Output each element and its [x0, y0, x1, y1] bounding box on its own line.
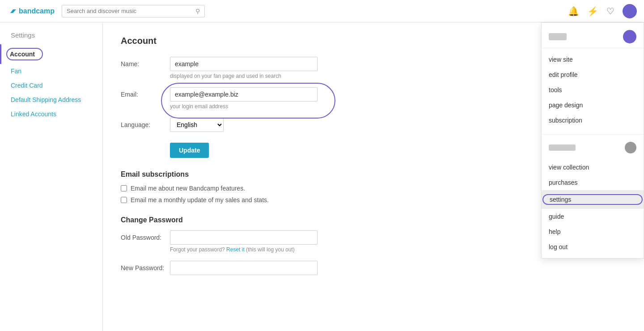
dropdown-nav-2: view collection purchases settings guide…: [542, 156, 644, 258]
update-button[interactable]: Update: [170, 143, 209, 158]
new-password-input[interactable]: [170, 261, 318, 275]
language-select[interactable]: English Spanish French German Japanese: [170, 118, 224, 132]
sidebar-item-default-shipping[interactable]: Default Shipping Address: [0, 93, 102, 107]
old-password-label: Old Password:: [121, 230, 170, 241]
dropdown-item-edit-profile[interactable]: edit profile: [542, 67, 644, 82]
dropdown-menu: view site edit profile tools page design…: [541, 22, 644, 259]
settings-oval-highlight: settings: [542, 194, 643, 205]
new-password-field-container: [170, 261, 318, 275]
dropdown-item-log-out[interactable]: log out: [542, 239, 644, 255]
dropdown-avatar-small: [625, 142, 636, 153]
name-hint: displayed on your fan page and used in s…: [170, 73, 318, 79]
dropdown-item-guide[interactable]: guide: [542, 209, 644, 224]
dropdown-header: [542, 23, 644, 48]
dropdown-item-settings[interactable]: settings: [542, 190, 644, 209]
checkbox-sales-label: Email me a monthly update of my sales an…: [131, 196, 269, 204]
search-icon: ⚲: [195, 8, 200, 15]
dropdown-item-tools[interactable]: tools: [542, 82, 644, 98]
dropdown-name-placeholder: [549, 33, 567, 40]
name-input[interactable]: [170, 57, 318, 71]
email-input[interactable]: [170, 87, 318, 102]
dropdown-item-subscription[interactable]: subscription: [542, 113, 644, 128]
logo-text: bandcamp: [19, 7, 55, 15]
dropdown-collection-placeholder: [549, 144, 576, 151]
avatar[interactable]: [623, 4, 637, 18]
sidebar-item-linked-accounts[interactable]: Linked Accounts: [0, 107, 102, 121]
dropdown-item-purchases[interactable]: purchases: [542, 175, 644, 190]
sidebar-item-fan[interactable]: Fan: [0, 64, 102, 78]
email-hint: your login email address: [170, 103, 318, 110]
svg-marker-0: [7, 9, 16, 13]
notifications-icon[interactable]: 🔔: [568, 6, 579, 17]
old-password-field-container: Forgot your password? Reset it (this wil…: [170, 230, 318, 253]
new-password-form-group: New Password:: [121, 261, 626, 275]
bandcamp-logo-icon: [7, 7, 16, 16]
name-field-container: displayed on your fan page and used in s…: [170, 57, 318, 79]
account-circle-outline: Account: [6, 48, 43, 60]
header-icons: 🔔 ⚡ ♡: [568, 4, 637, 18]
name-label: Name:: [121, 57, 170, 68]
reset-link[interactable]: Reset it: [226, 246, 245, 253]
dropdown-avatar: [623, 30, 636, 43]
dropdown-item-view-site[interactable]: view site: [542, 52, 644, 67]
old-password-input[interactable]: [170, 230, 318, 245]
email-label: Email:: [121, 87, 170, 98]
lightning-icon[interactable]: ⚡: [587, 6, 598, 17]
language-label: Language:: [121, 118, 170, 128]
sidebar: Settings Account Fan Credit Card Default…: [0, 22, 103, 331]
header: bandcamp ⚲ 🔔 ⚡ ♡: [0, 0, 644, 22]
reset-link-suffix: (this will log you out): [246, 246, 295, 253]
dropdown-item-page-design[interactable]: page design: [542, 98, 644, 113]
sidebar-title: Settings: [0, 31, 102, 44]
logo[interactable]: bandcamp: [7, 7, 55, 16]
dropdown-nav: view site edit profile tools page design…: [542, 48, 644, 132]
dropdown-item-help[interactable]: help: [542, 224, 644, 239]
checkbox-features-label: Email me about new Bandcamp features.: [131, 185, 245, 192]
dropdown-divider-1: [542, 134, 644, 135]
checkbox-features[interactable]: [121, 185, 127, 191]
search-input[interactable]: [67, 8, 195, 14]
search-bar[interactable]: ⚲: [62, 5, 205, 17]
language-select-container: English Spanish French German Japanese: [170, 118, 224, 132]
heart-icon[interactable]: ♡: [606, 6, 614, 17]
forgot-password-text: Forgot your password? Reset it (this wil…: [170, 246, 318, 253]
email-field-container: your login email address: [170, 87, 318, 110]
new-password-label: New Password:: [121, 261, 170, 272]
sidebar-nav: Account Fan Credit Card Default Shipping…: [0, 44, 102, 121]
sidebar-item-credit-card[interactable]: Credit Card: [0, 78, 102, 93]
checkbox-sales[interactable]: [121, 197, 127, 203]
sidebar-item-account[interactable]: Account: [0, 44, 102, 64]
dropdown-section-collection: [542, 137, 644, 156]
dropdown-item-view-collection[interactable]: view collection: [542, 160, 644, 175]
